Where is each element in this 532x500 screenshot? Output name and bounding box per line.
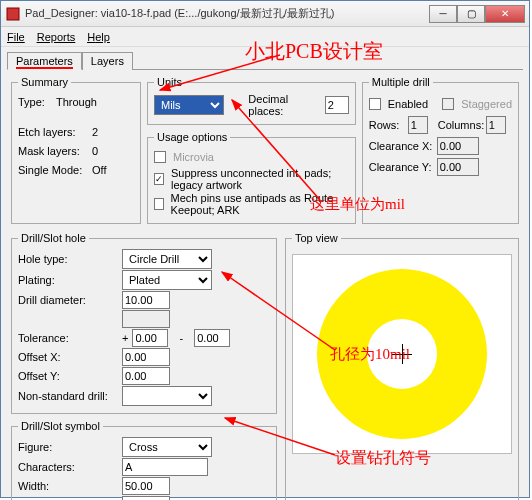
tab-bar: Parameters Layers: [7, 51, 523, 70]
close-button[interactable]: ✕: [485, 5, 525, 23]
mech-checkbox[interactable]: [154, 198, 164, 210]
menubar: File Reports Help: [1, 27, 529, 47]
summary-group: Summary Type: Through Etch layers:2 Mask…: [11, 76, 141, 224]
symbol-height-input[interactable]: [122, 496, 170, 500]
tab-layers[interactable]: Layers: [82, 52, 133, 70]
suppress-checkbox[interactable]: ✓: [154, 173, 164, 185]
symbol-width-input[interactable]: [122, 477, 170, 495]
preview-legend: Top view: [292, 232, 341, 244]
plating-select[interactable]: Plated: [122, 270, 212, 290]
summary-mask: 0: [92, 145, 98, 157]
titlebar: Pad_Designer: via10-18-f.pad (E:.../guko…: [1, 1, 529, 27]
symbol-legend: Drill/Slot symbol: [18, 420, 103, 432]
drill-hole-group: Drill/Slot hole Hole type:Circle Drill P…: [11, 232, 277, 414]
offset-y-input[interactable]: [122, 367, 170, 385]
window-title: Pad_Designer: via10-18-f.pad (E:.../guko…: [25, 6, 429, 21]
menu-help[interactable]: Help: [87, 31, 110, 43]
drill-legend: Drill/Slot hole: [18, 232, 89, 244]
minimize-button[interactable]: ─: [429, 5, 457, 23]
rows-input[interactable]: [408, 116, 428, 134]
preview-group: Top view: [285, 232, 519, 500]
svg-rect-0: [7, 8, 19, 20]
enabled-checkbox[interactable]: [369, 98, 381, 110]
menu-reports[interactable]: Reports: [37, 31, 76, 43]
drill-diameter-input[interactable]: [122, 291, 170, 309]
microvia-checkbox[interactable]: [154, 151, 166, 163]
summary-etch: 2: [92, 126, 98, 138]
drill-symbol-group: Drill/Slot symbol Figure:Cross Character…: [11, 420, 277, 500]
summary-legend: Summary: [18, 76, 71, 88]
decimal-places-input[interactable]: [325, 96, 349, 114]
units-select[interactable]: Mils: [154, 95, 224, 115]
summary-type: Through: [56, 96, 97, 108]
characters-input[interactable]: [122, 458, 208, 476]
cols-input[interactable]: [486, 116, 506, 134]
nonstandard-drill-select[interactable]: [122, 386, 212, 406]
hole-type-select[interactable]: Circle Drill: [122, 249, 212, 269]
menu-file[interactable]: File: [7, 31, 25, 43]
tab-parameters[interactable]: Parameters: [7, 52, 82, 70]
usage-legend: Usage options: [154, 131, 230, 143]
clearance-y-input[interactable]: [437, 158, 479, 176]
clearance-x-input[interactable]: [437, 137, 479, 155]
maximize-button[interactable]: ▢: [457, 5, 485, 23]
tol-minus-input[interactable]: [194, 329, 230, 347]
figure-select[interactable]: Cross: [122, 437, 212, 457]
summary-single: Off: [92, 164, 106, 176]
drill-extra-input[interactable]: [122, 310, 170, 328]
staggered-checkbox: [442, 98, 454, 110]
preview-box: [292, 254, 512, 454]
offset-x-input[interactable]: [122, 348, 170, 366]
multi-legend: Multiple drill: [369, 76, 433, 88]
usage-group: Usage options Microvia ✓Suppress unconne…: [147, 131, 356, 224]
tol-plus-input[interactable]: [132, 329, 168, 347]
units-group: Units Mils Decimal places:: [147, 76, 356, 125]
app-icon: [5, 6, 21, 22]
units-legend: Units: [154, 76, 185, 88]
multiple-drill-group: Multiple drill Enabled Staggered Rows:Co…: [362, 76, 519, 224]
